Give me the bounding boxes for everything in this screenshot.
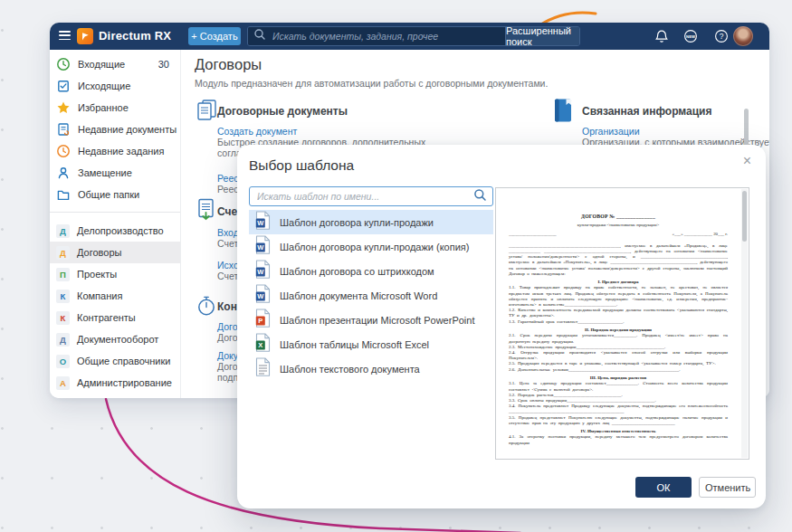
sidebar-item-label: Исходящие (78, 81, 130, 91)
topbar: Directum RX + Создать Расширенный поиск … (50, 23, 769, 50)
cancel-button[interactable]: Отменить (699, 477, 756, 498)
contract-document-text: ДОГОВОР № ______________купли-продажи <н… (496, 188, 740, 445)
document-preview: ДОГОВОР № ______________купли-продажи <н… (495, 187, 749, 460)
sidebar-item-label: Проекты (77, 269, 117, 280)
template-label: Шаблон таблицы Microsoft Excel (280, 339, 429, 350)
svg-text:P: P (258, 317, 262, 325)
svg-text:NEW: NEW (686, 34, 695, 39)
section-heading-contract-documents: Договорные документы (217, 105, 348, 118)
notifications-bell-icon[interactable] (654, 29, 669, 43)
svg-text:W: W (257, 292, 264, 300)
sidebar-item-records-management[interactable]: ДДелопроизводство (50, 220, 180, 242)
template-list-item[interactable]: WШаблон договора купли-продажи (249, 210, 493, 234)
doc-line: ДОГОВОР № ______________ (509, 214, 728, 219)
template-list-item[interactable]: WШаблон документа Microsoft Word (249, 283, 493, 308)
advanced-search-button[interactable]: Расширенный поиск (505, 27, 579, 45)
word-file-icon: W (255, 284, 271, 307)
contract-documents-icon (195, 98, 220, 127)
module-letter-icon: Д (56, 246, 70, 260)
template-label: Шаблон договора купли-продажи (копия) (280, 242, 469, 252)
sidebar-item-projects[interactable]: ППроекты (50, 263, 180, 285)
svg-text:?: ? (720, 32, 724, 41)
module-letter-icon: Д (56, 224, 70, 238)
sidebar-item-label: Документооборот (77, 334, 158, 345)
app-title: Directum RX (99, 23, 171, 50)
template-list-item[interactable]: Шаблон текстового документа (249, 356, 493, 381)
preview-scrollbar[interactable] (741, 189, 748, 458)
sidebar-item-inbox[interactable]: Входящие30 (50, 53, 180, 75)
sidebar-item-company[interactable]: ККомпания (50, 285, 180, 307)
organizations-link[interactable]: Организации (582, 126, 640, 137)
template-list-item[interactable]: PШаблон презентации Microsoft PowerPoint (249, 308, 493, 332)
sidebar-item-favorites[interactable]: Избранное (50, 97, 180, 119)
template-label: Шаблон документа Microsoft Word (280, 290, 437, 301)
folder-icon (56, 187, 71, 202)
user-avatar[interactable] (733, 26, 753, 46)
sidebar-group-modules: ДДелопроизводствоДДоговорыППроектыККомпа… (50, 220, 180, 394)
create-document-link[interactable]: Создать документ (217, 126, 297, 137)
sidebar-item-label: Компания (77, 290, 122, 301)
template-search-field[interactable] (249, 186, 493, 206)
doc-line: ________________________________________… (509, 242, 728, 276)
svg-text:W: W (257, 243, 264, 252)
sidebar-item-label: Делопроизводство (77, 225, 164, 236)
star-icon (56, 100, 71, 115)
content-scrollbar[interactable] (744, 109, 749, 147)
word-file-icon: W (255, 260, 271, 282)
whats-new-icon[interactable]: NEW (683, 29, 698, 43)
document-preview-page: ДОГОВОР № ______________купли-продажи <н… (496, 188, 741, 459)
clock-icon (56, 144, 71, 158)
doc-line: 3.4. Покупатель представляет Продавцу сл… (509, 403, 728, 413)
sidebar-item-label: Недавние задания (78, 146, 164, 157)
template-list-item[interactable]: WШаблон договора купли-продажи (копия) (249, 234, 493, 259)
person-icon (56, 166, 71, 180)
sidebar-item-shared-directories[interactable]: ООбщие справочники (50, 350, 180, 372)
sidebar-group-main: Входящие30ИсходящиеИзбранноеНедавние док… (50, 53, 180, 205)
menu-icon[interactable] (59, 31, 71, 41)
sidebar-item-label: Входящие (78, 59, 125, 70)
global-search-input[interactable] (271, 30, 500, 43)
sidebar-item-label: Контрагенты (77, 312, 136, 323)
doc-line: 3.1. Цена за единицу продукции составляе… (509, 381, 728, 392)
sidebar-item-shared-folders[interactable]: Общие папки (50, 184, 180, 205)
sidebar: Входящие30ИсходящиеИзбранноеНедавние док… (50, 50, 181, 398)
word-file-icon: W (255, 235, 271, 258)
sidebar-item-recent-documents[interactable]: Недавние документы (50, 119, 180, 140)
sidebar-divider (50, 212, 180, 213)
ok-button[interactable]: ОК (635, 477, 692, 498)
sidebar-item-substitution[interactable]: Замещение (50, 162, 180, 184)
preview-scrollbar-thumb[interactable] (742, 191, 747, 242)
template-list-item[interactable]: XШаблон таблицы Microsoft Excel (249, 332, 493, 356)
template-label: Шаблон презентации Microsoft PowerPoint (280, 315, 474, 326)
doc-line: 3.5. Продавец представляет Покупателю сл… (509, 414, 728, 425)
doc-line: 2.6. Дополнительные условия_____________… (509, 366, 728, 372)
excel-file-icon: X (255, 333, 271, 356)
sidebar-item-label: Общие справочники (77, 356, 170, 366)
doc-line: ______________________«___» ____________… (509, 232, 728, 237)
svg-text:W: W (257, 268, 264, 276)
search-field[interactable] (248, 27, 505, 45)
create-button[interactable]: + Создать (188, 27, 241, 45)
clipboard-check-icon (56, 79, 71, 93)
doc-line: 1.2. Качество и комплектность передаваем… (509, 308, 728, 318)
page-title: Договоры (195, 56, 262, 73)
app-logo-icon[interactable] (77, 28, 93, 44)
section-heading-related: Связанная информация (582, 105, 712, 118)
sidebar-item-counterparties[interactable]: ККонтрагенты (50, 307, 180, 328)
sidebar-item-label: Общие папки (78, 189, 139, 200)
help-icon[interactable]: ? (714, 29, 729, 43)
close-icon[interactable]: × (743, 154, 751, 168)
doc-line: 2.5. Продукция передается в таре и упако… (509, 361, 728, 366)
sidebar-item-administration[interactable]: ААдминистрирование (50, 372, 180, 394)
sidebar-item-document-flow[interactable]: ДДокументооборот (50, 328, 180, 350)
sidebar-item-recent-tasks[interactable]: Недавние задания (50, 140, 180, 162)
module-letter-icon: К (56, 311, 70, 325)
text-file-icon (255, 357, 271, 380)
svg-text:X: X (258, 341, 262, 349)
template-list-item[interactable]: WШаблон договора со штрихкодом (249, 259, 493, 283)
sidebar-item-outbox[interactable]: Исходящие (50, 75, 180, 97)
template-search-input[interactable] (255, 190, 473, 203)
doc-line: купли-продажи <наименование продукции> (509, 222, 728, 227)
sidebar-item-contracts[interactable]: ДДоговоры (50, 242, 180, 263)
page-subtitle: Модуль предназначен для автоматизации ра… (195, 78, 548, 89)
